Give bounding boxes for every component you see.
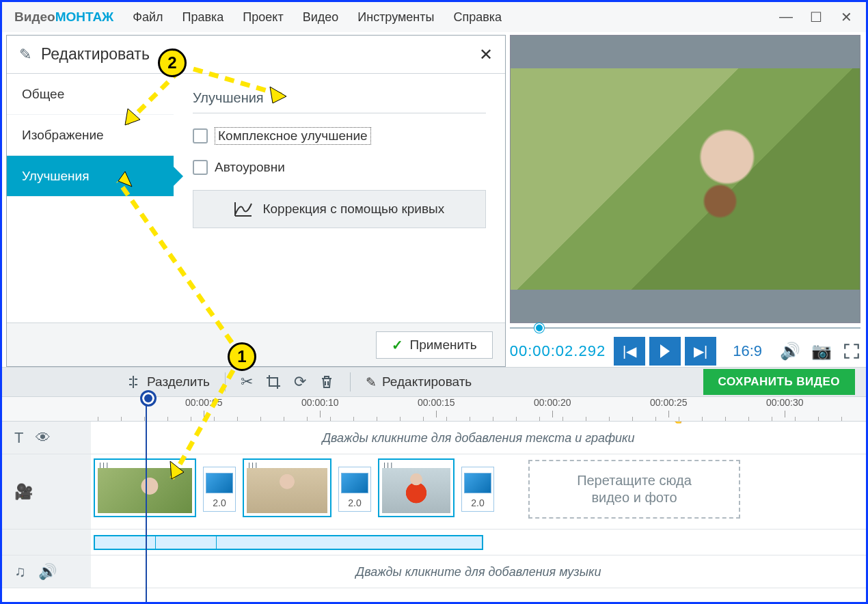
maximize-button[interactable]: ☐	[809, 9, 824, 25]
menu-help[interactable]: Справка	[454, 10, 502, 25]
edit-clip-button[interactable]: ✎ Редактировать	[366, 374, 472, 390]
camera-icon[interactable]: 🎥	[14, 483, 33, 501]
ruler-tick: 00:00:15	[418, 397, 455, 408]
checkbox-complex-label: Комплексное улучшение	[215, 127, 371, 145]
transition-1[interactable]: 2.0	[203, 467, 236, 512]
toolbar-sep	[225, 372, 226, 392]
clip-1[interactable]: |||	[94, 458, 196, 517]
track-music: ♫ 🔊 Дважды кликните для добавления музык…	[2, 555, 866, 588]
fullscreen-icon[interactable]	[843, 342, 860, 360]
aspect-label[interactable]: 16:9	[733, 342, 762, 360]
ruler-tick: 00:00:20	[534, 397, 571, 408]
track-music-lane[interactable]: Дважды кликните для добавления музыки	[91, 555, 866, 588]
window-controls: — ☐ ✕	[778, 9, 854, 25]
play-button[interactable]	[649, 337, 681, 366]
preview-scrubber[interactable]	[510, 325, 860, 331]
track-text-head: T 👁	[2, 422, 91, 454]
edit-panel: ✎ Редактировать ✕ Общее Изображение Улуч…	[6, 35, 506, 367]
menu-project[interactable]: Проект	[243, 10, 283, 25]
section-divider	[193, 113, 486, 113]
timeline-toolbar: Разделить ✂ ⟳ ✎ Редактировать СОХРАНИТЬ …	[2, 367, 866, 397]
text-icon[interactable]: T	[14, 429, 23, 447]
menu-bar: ВидеоМОНТАЖ Файл Правка Проект Видео Инс…	[2, 2, 866, 32]
close-window-button[interactable]: ✕	[839, 9, 854, 25]
prev-frame-button[interactable]: |◀	[614, 337, 645, 366]
edit-clip-label: Редактировать	[382, 374, 472, 389]
next-frame-button[interactable]: ▶|	[685, 337, 716, 366]
edit-panel-body: Общее Изображение Улучшения Улучшения Ко…	[7, 74, 505, 322]
curves-icon	[234, 201, 253, 217]
menu-file[interactable]: Файл	[133, 10, 163, 25]
transition-2[interactable]: 2.0	[338, 467, 371, 512]
menu-tools[interactable]: Инструменты	[357, 10, 434, 25]
clip-2[interactable]: |||	[243, 458, 331, 517]
curves-button-label: Коррекция с помощью кривых	[262, 202, 444, 217]
track-music-hint: Дважды кликните для добавления музыки	[356, 564, 601, 579]
tab-general[interactable]: Общее	[7, 74, 174, 115]
preview-controls: 00:00:02.292 |◀ ▶| 16:9 🔊 📷	[510, 331, 860, 367]
tab-image[interactable]: Изображение	[7, 115, 174, 156]
split-button[interactable]: Разделить	[125, 374, 210, 390]
scrubber-handle[interactable]	[534, 323, 544, 333]
crop-icon[interactable]	[265, 374, 282, 390]
track-text-lane[interactable]: Дважды кликните для добавления текста и …	[91, 422, 866, 454]
check-icon: ✓	[392, 337, 403, 353]
eye-icon[interactable]: 👁	[36, 429, 51, 447]
edit-panel-title: Редактировать	[41, 45, 150, 64]
pencil-icon: ✎	[366, 374, 377, 390]
checkbox-complex-row: Комплексное улучшение	[193, 127, 486, 145]
split-icon	[125, 374, 141, 390]
menu-video[interactable]: Видео	[303, 10, 339, 25]
checkbox-autolevels[interactable]	[193, 160, 208, 175]
timeline-ruler[interactable]: 00:00:05 00:00:10 00:00:15 00:00:20 00:0…	[2, 397, 866, 422]
edit-panel-header: ✎ Редактировать ✕	[7, 36, 505, 74]
menu-edit[interactable]: Правка	[182, 10, 224, 25]
ruler-tick: 00:00:10	[301, 397, 339, 408]
minimize-button[interactable]: —	[778, 9, 794, 25]
speaker-icon[interactable]: 🔊	[38, 563, 57, 581]
track-text: T 👁 Дважды кликните для добавления текст…	[2, 422, 866, 454]
curves-button[interactable]: Коррекция с помощью кривых	[193, 190, 486, 228]
transition-3[interactable]: 2.0	[461, 467, 494, 512]
drop-zone[interactable]: Перетащите сюда видео и фото	[528, 460, 740, 519]
apply-button[interactable]: ✓ Применить	[376, 331, 493, 359]
audio-segment[interactable]	[155, 535, 217, 550]
drop-zone-label: Перетащите сюда видео и фото	[577, 472, 692, 506]
playhead[interactable]	[146, 397, 147, 602]
music-icon[interactable]: ♫	[14, 563, 26, 581]
delete-icon[interactable]	[318, 374, 335, 390]
preview-viewport[interactable]	[510, 35, 860, 323]
edit-panel-footer: ✓ Применить	[7, 322, 505, 366]
tab-improvements[interactable]: Улучшения	[7, 156, 174, 197]
track-music-head: ♫ 🔊	[2, 555, 91, 588]
snapshot-icon[interactable]: 📷	[811, 342, 832, 361]
clip-3[interactable]: |||	[378, 458, 455, 517]
transition-label: 2.0	[471, 497, 484, 508]
clip-thumb	[382, 468, 450, 513]
ruler-tick: 00:00:30	[766, 397, 804, 408]
app-title: ВидеоМОНТАЖ	[14, 10, 113, 25]
edit-content: Улучшения Комплексное улучшение Автоуров…	[174, 74, 505, 322]
preview-frame	[511, 68, 860, 290]
track-audio-head	[2, 530, 91, 555]
rotate-icon[interactable]: ⟳	[294, 373, 306, 391]
volume-icon[interactable]: 🔊	[780, 342, 800, 361]
timeline-area: 👆 00:00:05 00:00:10 00:00:15 00:00:20 00…	[2, 397, 866, 588]
preview-letterbox-bottom	[511, 290, 860, 322]
transition-label: 2.0	[348, 497, 361, 508]
track-audio-lane[interactable]	[91, 530, 866, 555]
audio-strip[interactable]	[94, 535, 483, 550]
checkbox-autolevels-row: Автоуровни	[193, 160, 486, 175]
apply-button-label: Применить	[410, 338, 477, 353]
preview-timecode: 00:00:02.292	[510, 342, 606, 360]
close-edit-panel-button[interactable]: ✕	[479, 45, 493, 64]
tracks: T 👁 Дважды кликните для добавления текст…	[2, 422, 866, 588]
track-video-lane[interactable]: ||| 2.0 ||| 2.0 ||| 2.0 Перетащите сюда …	[91, 454, 866, 529]
save-video-button[interactable]: СОХРАНИТЬ ВИДЕО	[703, 369, 855, 395]
cut-icon[interactable]: ✂	[241, 373, 253, 391]
preview-area: 00:00:02.292 |◀ ▶| 16:9 🔊 📷	[506, 32, 866, 367]
checkbox-complex[interactable]	[193, 128, 208, 143]
checkbox-autolevels-label: Автоуровни	[215, 160, 285, 175]
split-label: Разделить	[147, 374, 210, 389]
track-video-head: 🎥	[2, 454, 91, 529]
